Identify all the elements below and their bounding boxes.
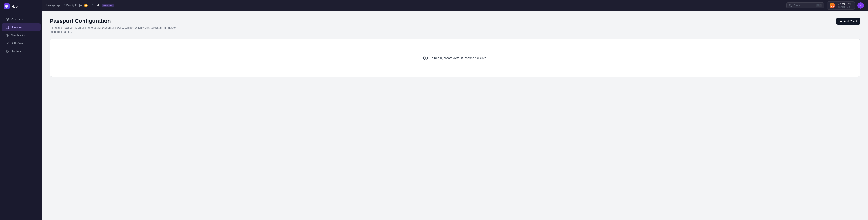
header: kenleycorp ⌄ / Empty Project 6 ⌄ / Main … xyxy=(42,0,868,11)
project-name: Empty Project xyxy=(66,4,84,7)
sidebar: Hub Contracts Passport xyxy=(0,0,42,220)
wallet-address: 0x2a24...78f8 xyxy=(837,3,852,6)
page-header: Passport Configuration Immutable Passpor… xyxy=(50,18,860,34)
breadcrumb-org[interactable]: kenleycorp ⌄ xyxy=(46,4,62,7)
sidebar-item-api-keys[interactable]: API Keys xyxy=(2,39,40,47)
sidebar-item-passport[interactable]: Passport xyxy=(2,24,40,31)
search-shortcut: ⌘K xyxy=(816,4,822,7)
logo-icon xyxy=(4,3,10,9)
wallet-balance: 315.104 tIMX xyxy=(837,6,852,8)
sidebar-logo[interactable]: Hub xyxy=(0,0,42,13)
plus-icon xyxy=(839,20,842,23)
contracts-label: Contracts xyxy=(11,18,24,21)
search-bar[interactable]: Search... ⌘K xyxy=(786,2,824,8)
project-chevron-icon: ⌄ xyxy=(88,4,90,6)
passport-label: Passport xyxy=(11,26,23,29)
webhooks-label: Webhooks xyxy=(11,34,25,37)
svg-marker-0 xyxy=(5,5,8,8)
svg-point-1 xyxy=(6,18,9,21)
passport-icon xyxy=(5,25,9,29)
project-badge: 6 xyxy=(84,4,88,7)
wallet-info[interactable]: 🦊 0x2a24...78f8 315.104 tIMX xyxy=(827,1,855,9)
breadcrumb-sep-2: / xyxy=(92,4,93,7)
empty-state-text: To begin, create default Passport client… xyxy=(430,56,487,60)
wallet-details: 0x2a24...78f8 315.104 tIMX xyxy=(837,3,852,8)
breadcrumb-sep-1: / xyxy=(64,4,65,7)
search-placeholder: Search... xyxy=(794,4,804,7)
add-client-button[interactable]: Add Client xyxy=(836,18,860,25)
page-title: Passport Configuration xyxy=(50,18,181,24)
sidebar-item-settings[interactable]: Settings xyxy=(2,48,40,55)
sidebar-navigation: Contracts Passport Webhooks xyxy=(0,13,42,58)
api-keys-icon xyxy=(5,41,9,45)
header-right: Search... ⌘K 🦊 0x2a24...78f8 315.104 tIM… xyxy=(786,1,864,9)
empty-state-card: + To begin, create default Passport clie… xyxy=(50,39,860,77)
svg-point-5 xyxy=(7,51,8,52)
breadcrumb-project[interactable]: Empty Project 6 ⌄ xyxy=(66,4,90,7)
settings-label: Settings xyxy=(11,50,22,53)
org-chevron-icon: ⌄ xyxy=(61,4,62,6)
page-name: Main xyxy=(94,4,100,7)
search-icon xyxy=(789,4,792,7)
wallet-avatar: 🦊 xyxy=(830,3,835,8)
empty-state-content: + To begin, create default Passport clie… xyxy=(423,56,487,60)
org-name: kenleycorp xyxy=(46,4,60,7)
logo-text: Hub xyxy=(11,5,18,8)
contracts-icon xyxy=(5,17,9,21)
page-title-section: Passport Configuration Immutable Passpor… xyxy=(50,18,181,34)
api-keys-label: API Keys xyxy=(11,42,23,45)
circle-plus-icon: + xyxy=(423,56,428,60)
page-chevron-icon: ⌄ xyxy=(115,4,117,6)
user-avatar[interactable]: K xyxy=(858,2,864,9)
sidebar-item-contracts[interactable]: Contracts xyxy=(2,15,40,23)
webhooks-icon xyxy=(5,33,9,37)
content-area: Passport Configuration Immutable Passpor… xyxy=(42,11,868,220)
main-wrapper: kenleycorp ⌄ / Empty Project 6 ⌄ / Main … xyxy=(42,0,868,220)
settings-icon xyxy=(5,50,9,53)
network-badge: Mainnet xyxy=(101,4,114,7)
header-breadcrumb: kenleycorp ⌄ / Empty Project 6 ⌄ / Main … xyxy=(46,4,117,7)
breadcrumb-page: Main Mainnet ⌄ xyxy=(94,4,117,7)
sidebar-item-webhooks[interactable]: Webhooks xyxy=(2,31,40,39)
page-description: Immutable Passport is an all-in-one auth… xyxy=(50,26,181,34)
